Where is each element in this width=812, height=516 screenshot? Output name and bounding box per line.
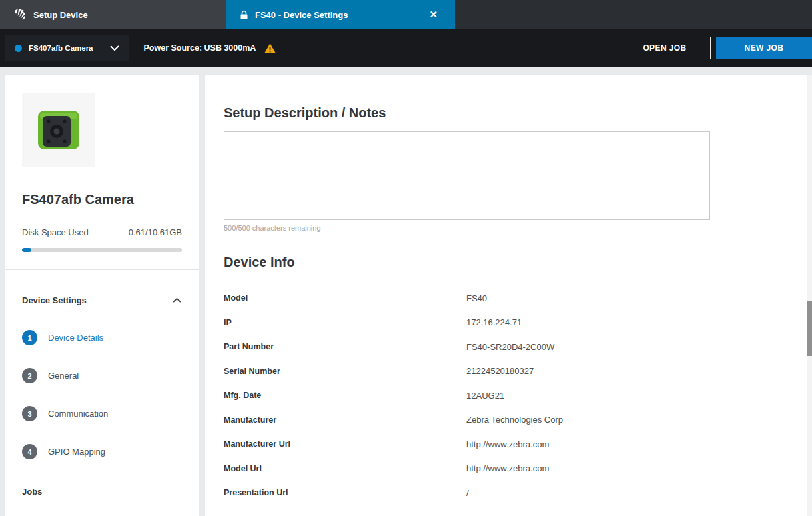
- device-status-dot: [15, 45, 22, 52]
- device-settings-section-label: Device Settings: [22, 295, 87, 305]
- device-bar: FS407afb Camera Power Source: USB 3000mA…: [0, 29, 812, 67]
- step-label: General: [48, 371, 79, 381]
- tab-bar: Setup Device FS40 - Device Settings ✕: [0, 0, 812, 29]
- tab-setup-device-label: Setup Device: [33, 10, 88, 20]
- setup-notes-textarea[interactable]: [224, 131, 710, 220]
- device-settings-section-header[interactable]: Device Settings: [22, 295, 182, 305]
- chevron-down-icon: [109, 45, 120, 51]
- zebra-logo-icon: [13, 8, 27, 21]
- info-label: Model: [224, 293, 466, 303]
- sidebar-item-gpio-mapping[interactable]: 4 GPIO Mapping: [22, 433, 182, 471]
- info-value: 21224520180327: [466, 366, 534, 376]
- info-value: FS40: [466, 293, 487, 303]
- info-value: Zebra Technologies Corp: [466, 415, 563, 425]
- info-value: FS40-SR20D4-2C00W: [466, 342, 554, 352]
- chevron-up-icon: [172, 297, 182, 303]
- sidebar-divider: [5, 269, 199, 270]
- sidebar: FS407afb Camera Disk Space Used 0.61/10.…: [5, 75, 199, 516]
- device-settings-steps: 1 Device Details 2 General 3 Communicati…: [22, 319, 182, 471]
- table-row: Part Number FS40-SR20D4-2C00W: [224, 335, 812, 359]
- info-label: Manufacturer Url: [224, 439, 466, 449]
- sidebar-device-name: FS407afb Camera: [22, 192, 182, 207]
- table-row: Manufacturer Url http://www.zebra.com: [224, 432, 812, 457]
- content-area: FS407afb Camera Disk Space Used 0.61/10.…: [0, 67, 812, 516]
- table-row: Manufacturer Zebra Technologies Corp: [224, 408, 812, 433]
- sidebar-item-device-details[interactable]: 1 Device Details: [22, 319, 182, 357]
- info-label: Manufacturer: [224, 415, 466, 425]
- device-product-image: [22, 93, 95, 167]
- device-info-table: Model FS40 IP 172.16.224.71 Part Number …: [224, 286, 812, 505]
- scrollbar-thumb[interactable]: [807, 301, 812, 356]
- tab-device-settings-label: FS40 - Device Settings: [255, 10, 348, 20]
- info-label: Part Number: [224, 342, 466, 351]
- step-label: Device Details: [48, 333, 103, 343]
- new-job-button[interactable]: NEW JOB: [716, 37, 812, 59]
- info-label: Presentation Url: [224, 488, 466, 497]
- device-info-title: Device Info: [224, 255, 812, 270]
- table-row: Serial Number 21224520180327: [224, 359, 812, 384]
- tab-setup-device[interactable]: Setup Device: [0, 0, 226, 29]
- table-row: Presentation Url /: [224, 481, 812, 505]
- disk-progress-bar: [22, 248, 182, 252]
- info-label: Model Url: [224, 464, 466, 473]
- table-row: Model FS40: [224, 286, 812, 311]
- step-number-badge: 4: [22, 444, 37, 459]
- notes-title: Setup Description / Notes: [224, 105, 812, 121]
- step-number-badge: 3: [22, 406, 37, 421]
- power-source-label: Power Source: USB 3000mA: [144, 43, 256, 53]
- disk-space-label: Disk Space Used: [22, 227, 89, 237]
- info-value: 172.16.224.71: [466, 317, 522, 327]
- step-number-badge: 2: [22, 368, 37, 383]
- scrollbar[interactable]: [807, 75, 812, 516]
- camera-illustration: [33, 105, 84, 155]
- characters-remaining-label: 500/500 characters remaining: [224, 224, 812, 232]
- disk-space-value: 0.61/10.61GB: [129, 227, 182, 237]
- step-label: GPIO Mapping: [48, 447, 105, 457]
- jobs-section-header[interactable]: Jobs: [22, 487, 182, 497]
- sidebar-item-general[interactable]: 2 General: [22, 357, 182, 395]
- disk-progress-fill: [22, 248, 31, 252]
- info-label: IP: [224, 318, 466, 327]
- info-value: http://www.zebra.com: [466, 439, 549, 449]
- main-content: Setup Description / Notes 500/500 charac…: [205, 75, 812, 516]
- info-value: /: [466, 488, 469, 498]
- info-value: 12AUG21: [466, 391, 504, 401]
- warning-icon: [264, 43, 276, 54]
- open-job-button[interactable]: OPEN JOB: [619, 37, 711, 59]
- lock-icon: [240, 10, 248, 20]
- info-value: http://www.zebra.com: [466, 463, 549, 473]
- table-row: Mfg. Date 12AUG21: [224, 383, 812, 408]
- info-label: Serial Number: [224, 367, 466, 376]
- step-number-badge: 1: [22, 330, 37, 345]
- info-label: Mfg. Date: [224, 391, 466, 400]
- device-selector-dropdown[interactable]: FS407afb Camera: [5, 35, 129, 61]
- device-selector-label: FS407afb Camera: [29, 44, 93, 52]
- table-row: Model Url http://www.zebra.com: [224, 457, 812, 481]
- close-icon[interactable]: ✕: [425, 7, 442, 22]
- sidebar-item-communication[interactable]: 3 Communication: [22, 395, 182, 433]
- table-row: IP 172.16.224.71: [224, 311, 812, 335]
- tab-device-settings[interactable]: FS40 - Device Settings ✕: [226, 0, 455, 29]
- step-label: Communication: [48, 409, 108, 419]
